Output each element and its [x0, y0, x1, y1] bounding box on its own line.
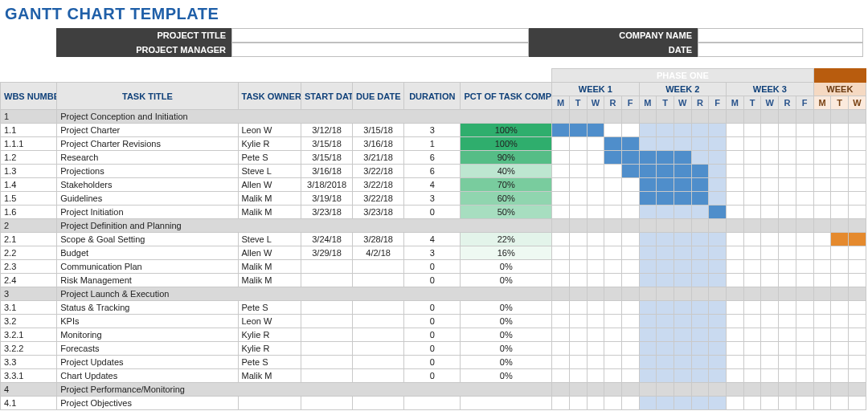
gantt-cell[interactable] — [639, 151, 657, 165]
gantt-cell[interactable] — [779, 233, 796, 246]
owner-cell[interactable]: Kylie R — [238, 342, 301, 356]
gantt-cell[interactable] — [639, 110, 657, 124]
gantt-cell[interactable] — [552, 110, 570, 124]
gantt-cell[interactable] — [779, 192, 796, 206]
gantt-cell[interactable] — [639, 369, 657, 383]
gantt-cell[interactable] — [674, 356, 691, 369]
gantt-cell[interactable] — [761, 124, 779, 137]
gantt-cell[interactable] — [831, 124, 849, 137]
gantt-cell[interactable] — [849, 356, 866, 369]
gantt-cell[interactable] — [779, 260, 796, 274]
gantt-cell[interactable] — [849, 274, 866, 287]
owner-cell[interactable]: Leon W — [238, 315, 301, 328]
gantt-cell[interactable] — [691, 124, 709, 137]
gantt-cell[interactable] — [743, 219, 761, 233]
gantt-cell[interactable] — [709, 342, 727, 356]
gantt-cell[interactable] — [569, 356, 587, 369]
gantt-cell[interactable] — [587, 192, 604, 206]
gantt-cell[interactable] — [743, 206, 761, 219]
gantt-cell[interactable] — [743, 233, 761, 246]
gantt-cell[interactable] — [779, 219, 796, 233]
due-date-cell[interactable] — [353, 260, 404, 274]
gantt-cell[interactable] — [813, 356, 831, 369]
gantt-cell[interactable] — [552, 151, 570, 165]
due-date-cell[interactable] — [353, 369, 404, 383]
gantt-cell[interactable] — [569, 233, 587, 246]
gantt-cell[interactable] — [813, 301, 831, 315]
gantt-cell[interactable] — [796, 274, 813, 287]
gantt-cell[interactable] — [569, 137, 587, 151]
gantt-cell[interactable] — [569, 192, 587, 206]
task-row[interactable]: 3.3.1Chart UpdatesMalik M00% — [1, 369, 866, 383]
gantt-cell[interactable] — [674, 369, 691, 383]
gantt-cell[interactable] — [552, 124, 570, 137]
gantt-cell[interactable] — [639, 219, 657, 233]
gantt-cell[interactable] — [709, 246, 727, 260]
gantt-cell[interactable] — [796, 328, 813, 342]
task-title-cell[interactable]: Project Conception and Initiation — [57, 110, 552, 124]
gantt-cell[interactable] — [831, 137, 849, 151]
gantt-cell[interactable] — [779, 356, 796, 369]
section-row[interactable]: 2Project Definition and Planning — [1, 219, 866, 233]
task-title-cell[interactable]: Budget — [57, 246, 238, 260]
gantt-cell[interactable] — [779, 151, 796, 165]
start-date-cell[interactable]: 3/19/18 — [301, 192, 353, 206]
gantt-cell[interactable] — [743, 274, 761, 287]
gantt-cell[interactable] — [727, 397, 744, 410]
gantt-cell[interactable] — [761, 219, 779, 233]
gantt-cell[interactable] — [743, 383, 761, 397]
gantt-cell[interactable] — [587, 287, 604, 301]
gantt-cell[interactable] — [552, 165, 570, 178]
pct-cell[interactable]: 0% — [461, 274, 552, 287]
gantt-cell[interactable] — [727, 233, 744, 246]
duration-cell[interactable]: 3 — [404, 246, 461, 260]
task-title-cell[interactable]: Projections — [57, 165, 238, 178]
gantt-cell[interactable] — [796, 124, 813, 137]
gantt-cell[interactable] — [796, 287, 813, 301]
start-date-cell[interactable] — [301, 315, 353, 328]
gantt-cell[interactable] — [569, 369, 587, 383]
gantt-cell[interactable] — [761, 246, 779, 260]
gantt-cell[interactable] — [761, 383, 779, 397]
gantt-cell[interactable] — [569, 342, 587, 356]
gantt-cell[interactable] — [831, 356, 849, 369]
gantt-cell[interactable] — [831, 369, 849, 383]
gantt-cell[interactable] — [796, 110, 813, 124]
start-date-cell[interactable]: 3/15/18 — [301, 151, 353, 165]
gantt-cell[interactable] — [709, 151, 727, 165]
wbs-cell[interactable]: 1.3 — [1, 165, 57, 178]
gantt-cell[interactable] — [552, 342, 570, 356]
gantt-cell[interactable] — [761, 369, 779, 383]
gantt-cell[interactable] — [674, 178, 691, 192]
wbs-cell[interactable]: 2.2 — [1, 246, 57, 260]
gantt-cell[interactable] — [849, 383, 866, 397]
duration-cell[interactable]: 4 — [404, 178, 461, 192]
wbs-cell[interactable]: 1.5 — [1, 192, 57, 206]
wbs-cell[interactable]: 1.6 — [1, 206, 57, 219]
task-row[interactable]: 1.2ResearchPete S3/15/183/21/18690% — [1, 151, 866, 165]
gantt-cell[interactable] — [796, 219, 813, 233]
gantt-cell[interactable] — [674, 287, 691, 301]
gantt-cell[interactable] — [621, 356, 639, 369]
gantt-cell[interactable] — [779, 110, 796, 124]
gantt-cell[interactable] — [621, 287, 639, 301]
task-row[interactable]: 2.4Risk ManagementMalik M00% — [1, 274, 866, 287]
start-date-cell[interactable]: 3/16/18 — [301, 165, 353, 178]
gantt-cell[interactable] — [674, 383, 691, 397]
owner-cell[interactable]: Pete S — [238, 301, 301, 315]
gantt-cell[interactable] — [639, 315, 657, 328]
task-row[interactable]: 1.6Project InitiationMalik M3/23/183/23/… — [1, 206, 866, 219]
task-title-cell[interactable]: Monitoring — [57, 328, 238, 342]
gantt-cell[interactable] — [779, 369, 796, 383]
gantt-cell[interactable] — [831, 233, 849, 246]
gantt-cell[interactable] — [587, 328, 604, 342]
gantt-cell[interactable] — [657, 124, 674, 137]
gantt-cell[interactable] — [761, 356, 779, 369]
wbs-cell[interactable]: 3.2 — [1, 315, 57, 328]
gantt-cell[interactable] — [743, 165, 761, 178]
gantt-cell[interactable] — [849, 397, 866, 410]
gantt-cell[interactable] — [674, 137, 691, 151]
gantt-cell[interactable] — [779, 397, 796, 410]
gantt-cell[interactable] — [831, 260, 849, 274]
gantt-cell[interactable] — [761, 342, 779, 356]
